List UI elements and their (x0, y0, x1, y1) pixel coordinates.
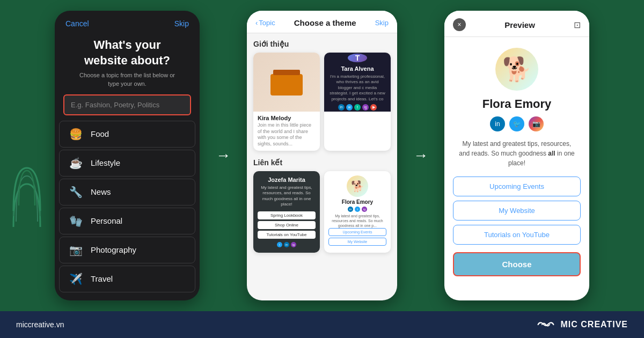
section1-title: Giới thiệu (253, 40, 391, 48)
topic-list: 🍔 Food ☕ Lifestyle 🔧 News 🧤 Personal 📷 P… (55, 121, 200, 292)
tutorials-button[interactable]: Tutorials on YouTube (453, 225, 581, 245)
tara-twitter-icon: t (354, 104, 361, 111)
tara-card-desc: I'm a marketing professional, who thrive… (328, 74, 386, 102)
footer-url: miccreative.vn (16, 320, 64, 329)
topic-icon: ☕ (68, 157, 83, 170)
topic-item-food[interactable]: 🍔 Food (59, 121, 195, 148)
jozefa-card-name: Jozefa Marita (258, 177, 316, 183)
topic-search-input[interactable]: E.g. Fashion, Poetry, Politics (63, 94, 191, 115)
topic-label: Photography (91, 245, 136, 254)
flora-mini-socials: in t ig (328, 207, 386, 212)
section2-title: Liên kết (253, 158, 391, 167)
my-website-label: My Website (499, 207, 535, 215)
jozefa-twitter-icon: t (277, 242, 282, 247)
kira-card-name: Kira Melody (258, 115, 316, 121)
flora-mini-avatar: 🐕 (347, 175, 368, 197)
back-label: Topic (259, 19, 275, 27)
topic-item-lifestyle[interactable]: ☕ Lifestyle (59, 150, 195, 177)
panel2-header: ‹ Topic Choose a theme Skip (247, 11, 397, 33)
kira-card-image (253, 53, 320, 112)
topic-icon: 📷 (68, 244, 83, 256)
close-button[interactable]: × (453, 18, 466, 31)
topic-label: Travel (91, 274, 113, 283)
topic-icon: ✈️ (68, 273, 83, 285)
jozefa-linkedin-icon: in (284, 242, 289, 247)
flora-bio: My latest and greatest tips, resources, … (453, 139, 581, 168)
kira-card-info: Kira Melody Join me in this little piece… (253, 112, 320, 151)
tara-linkedin-icon: in (338, 104, 345, 111)
main-content: Cancel Skip What's your website about? C… (0, 0, 644, 311)
footer: miccreative.vn MIC CREATIVE (0, 311, 644, 338)
tara-wordpress-icon: w (346, 104, 353, 111)
topic-item-news[interactable]: 🔧 News (59, 179, 195, 205)
flora-mini-btn-1[interactable]: Upcoming Events (328, 228, 386, 236)
topic-label: Personal (91, 216, 122, 225)
jozefa-btn-2[interactable]: Shop Online (258, 221, 316, 229)
my-website-button[interactable]: My Website (453, 201, 581, 221)
footer-brand: MIC CREATIVE (536, 318, 628, 331)
panel1-header: Cancel Skip (55, 11, 200, 32)
flora-mini-twitter: t (355, 207, 360, 212)
flora-instagram-icon[interactable]: 📷 (529, 116, 544, 131)
panel1-phone: Cancel Skip What's your website about? C… (55, 11, 200, 300)
cancel-button[interactable]: Cancel (65, 19, 89, 28)
topic-icon: 🧤 (68, 215, 83, 227)
topic-item-photography[interactable]: 📷 Photography (59, 237, 195, 263)
topic-label: News (91, 187, 111, 196)
topic-label: Lifestyle (91, 158, 120, 167)
topic-item-personal[interactable]: 🧤 Personal (59, 208, 195, 234)
panel1-subtitle: Choose a topic from the list below or ty… (55, 71, 200, 94)
theme-row-1: Kira Melody Join me in this little piece… (253, 53, 391, 151)
typewriter-icon (270, 74, 303, 95)
kira-theme-card[interactable]: Kira Melody Join me in this little piece… (253, 53, 320, 151)
skip-button[interactable]: Skip (174, 19, 189, 28)
mic-creative-logo (536, 318, 555, 331)
panel2-skip-button[interactable]: Skip (375, 19, 389, 27)
tara-theme-card[interactable]: T Tara Alvena I'm a marketing profession… (324, 53, 391, 151)
panel3-phone: × Preview ⊡ 🐕 Flora Emory in 🐦 📷 My late… (444, 11, 589, 300)
tara-avatar: T (348, 54, 367, 62)
flora-mini-name: Flora Emory (328, 199, 386, 205)
lien-ket-row: Jozefa Marita My latest and greatest tip… (253, 171, 391, 253)
flora-profile-name: Flora Emory (482, 97, 551, 111)
upcoming-events-label: Upcoming Events (489, 182, 544, 190)
arrow-1: → (216, 147, 231, 164)
topic-icon: 🍔 (68, 128, 83, 141)
flora-avatar: 🐕 (495, 48, 538, 91)
flora-mini-desc: My latest and greatest tips, resources a… (328, 214, 386, 228)
panel3-header: × Preview ⊡ (444, 11, 589, 37)
flora-linkedin-icon[interactable]: in (490, 116, 505, 131)
decorative-arches (8, 109, 46, 229)
tara-card-name: Tara Alvena (341, 65, 374, 72)
panel3-title: Preview (504, 20, 535, 30)
panel2-title: Choose a theme (294, 18, 356, 27)
flora-twitter-icon[interactable]: 🐦 (509, 116, 524, 131)
resize-button[interactable]: ⊡ (574, 20, 581, 30)
chevron-left-icon: ‹ (255, 19, 258, 27)
panel2-phone: ‹ Topic Choose a theme Skip Giới thiệu K… (247, 11, 397, 300)
tara-instagram-icon: ig (362, 104, 369, 111)
flora-mini-btn-2[interactable]: My Website (328, 238, 386, 246)
tutorials-label: Tutorials on YouTube (484, 231, 550, 239)
jozefa-card-desc: My latest and greatest tips, resources, … (258, 185, 316, 208)
back-button[interactable]: ‹ Topic (255, 19, 275, 27)
flora-mini-theme-card[interactable]: 🐕 Flora Emory in t ig My latest and grea… (324, 171, 391, 253)
tara-social-icons: in w t ig ▶ (338, 104, 377, 111)
tara-youtube-icon: ▶ (370, 104, 377, 111)
topic-icon: 🔧 (68, 186, 83, 199)
jozefa-btn-1[interactable]: Spring Lookbook (258, 211, 316, 219)
arrow-2: → (413, 147, 428, 164)
footer-brand-name: MIC CREATIVE (561, 320, 628, 329)
tara-card-image: T Tara Alvena I'm a marketing profession… (324, 53, 391, 112)
panel1-title: What's your website about? (55, 32, 200, 71)
jozefa-btn-3[interactable]: Tutorials on YouTube (258, 231, 316, 239)
upcoming-events-button[interactable]: Upcoming Events (453, 177, 581, 196)
panel3-body: 🐕 Flora Emory in 🐦 📷 My latest and great… (444, 37, 589, 299)
flora-mini-instagram: ig (362, 207, 367, 212)
choose-button[interactable]: Choose (453, 252, 581, 276)
topic-item-travel[interactable]: ✈️ Travel (59, 266, 195, 292)
jozefa-social-row: t in ig (258, 242, 316, 247)
jozefa-theme-card[interactable]: Jozefa Marita My latest and greatest tip… (253, 171, 320, 253)
kira-typewriter-illustration (253, 53, 320, 112)
topic-label: Food (91, 129, 109, 138)
